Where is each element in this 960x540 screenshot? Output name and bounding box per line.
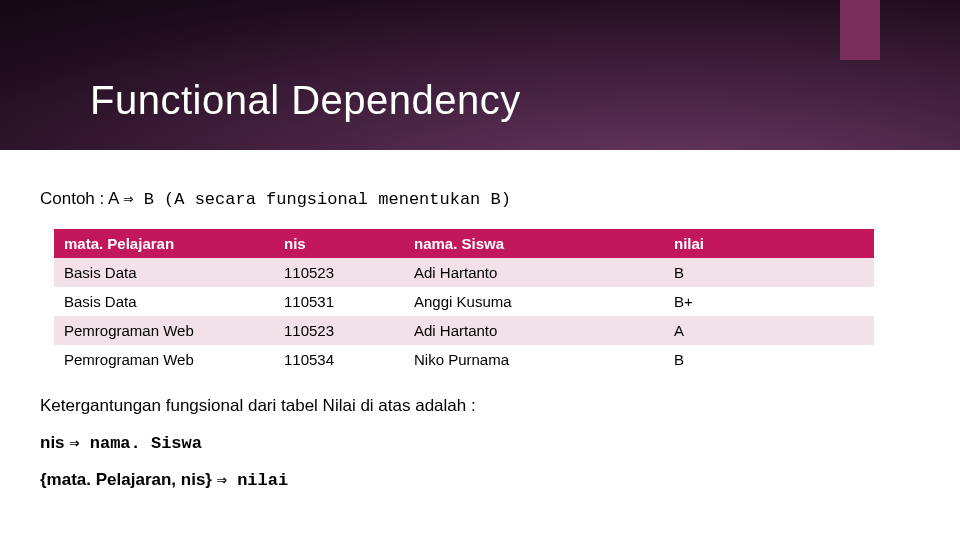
fd2-left: {mata. Pelajaran, nis} <box>40 470 217 489</box>
table-row: Basis Data 110523 Adi Hartanto B <box>54 258 874 287</box>
arrow-icon: ⇒ <box>69 434 79 453</box>
cell-namasiswa: Adi Hartanto <box>404 258 664 287</box>
nilai-table: mata. Pelajaran nis nama. Siswa nilai Ba… <box>54 229 874 374</box>
fd1-right: nama. Siswa <box>80 434 202 453</box>
fd-rule-2: {mata. Pelajaran, nis} ⇒ nilai <box>40 469 920 490</box>
cell-nis: 110531 <box>274 287 404 316</box>
slide-body: Contoh : A ⇒ B (A secara fungsional mene… <box>40 188 920 490</box>
fd1-left: nis <box>40 433 69 452</box>
example-line: Contoh : A ⇒ B (A secara fungsional mene… <box>40 188 920 209</box>
fd-rule-1: nis ⇒ nama. Siswa <box>40 432 920 453</box>
arrow-icon: ⇒ <box>123 190 133 209</box>
example-prefix: Contoh : A <box>40 189 123 208</box>
cell-namasiswa: Anggi Kusuma <box>404 287 664 316</box>
cell-namasiswa: Adi Hartanto <box>404 316 664 345</box>
table-row: Basis Data 110531 Anggi Kusuma B+ <box>54 287 874 316</box>
example-rest: B (A secara fungsional menentukan B) <box>133 190 510 209</box>
cell-matapelajaran: Pemrograman Web <box>54 316 274 345</box>
slide: Functional Dependency Contoh : A ⇒ B (A … <box>0 0 960 540</box>
cell-namasiswa: Niko Purnama <box>404 345 664 374</box>
fd2-right: nilai <box>227 471 288 490</box>
cell-nilai: B <box>664 258 874 287</box>
fd-intro-text: Ketergantungan fungsional dari tabel Nil… <box>40 396 920 416</box>
cell-matapelajaran: Basis Data <box>54 258 274 287</box>
cell-nis: 110523 <box>274 316 404 345</box>
table-header-row: mata. Pelajaran nis nama. Siswa nilai <box>54 229 874 258</box>
header-band <box>0 0 960 150</box>
table-row: Pemrograman Web 110534 Niko Purnama B <box>54 345 874 374</box>
accent-bar <box>840 0 880 60</box>
th-namasiswa: nama. Siswa <box>404 229 664 258</box>
table-row: Pemrograman Web 110523 Adi Hartanto A <box>54 316 874 345</box>
slide-title: Functional Dependency <box>90 78 521 123</box>
th-nis: nis <box>274 229 404 258</box>
cell-matapelajaran: Pemrograman Web <box>54 345 274 374</box>
arrow-icon: ⇒ <box>217 471 227 490</box>
cell-matapelajaran: Basis Data <box>54 287 274 316</box>
th-nilai: nilai <box>664 229 874 258</box>
cell-nilai: B <box>664 345 874 374</box>
cell-nilai: A <box>664 316 874 345</box>
cell-nilai: B+ <box>664 287 874 316</box>
cell-nis: 110534 <box>274 345 404 374</box>
cell-nis: 110523 <box>274 258 404 287</box>
th-matapelajaran: mata. Pelajaran <box>54 229 274 258</box>
